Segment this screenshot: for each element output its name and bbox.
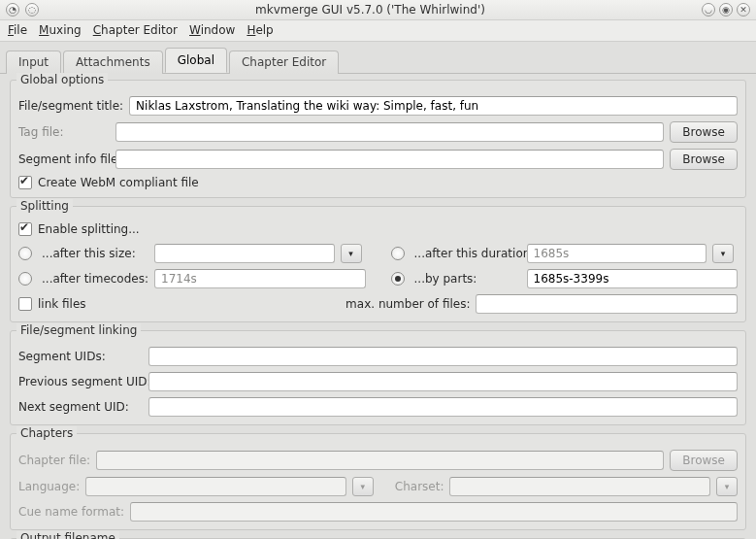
global-panel: Global options File/segment title: Tag f… xyxy=(0,74,756,539)
chapter-file-label: Chapter file: xyxy=(18,454,90,467)
chapter-file-input xyxy=(96,451,664,470)
tag-file-label: Tag file: xyxy=(18,125,110,139)
prev-uid-label: Previous segment UID: xyxy=(18,375,143,388)
chapters-section: Chapters Chapter file: Browse Language: … xyxy=(10,433,746,530)
menu-file[interactable]: File xyxy=(8,23,27,37)
language-label: Language: xyxy=(18,480,80,493)
splitting-section: Splitting Enable splitting... ...after t… xyxy=(10,206,746,322)
menu-window[interactable]: Window xyxy=(189,23,235,37)
create-webm-label: Create WebM compliant file xyxy=(38,176,199,189)
after-duration-radio[interactable] xyxy=(391,247,405,260)
after-size-radio[interactable] xyxy=(18,247,32,260)
chapter-file-browse-button: Browse xyxy=(670,450,738,471)
close-icon[interactable]: ✕ xyxy=(737,3,750,17)
app-icon: ◔ xyxy=(6,3,19,17)
file-segment-title-label: File/segment title: xyxy=(18,99,123,113)
link-files-label: link files xyxy=(38,297,86,311)
after-timecodes-label: ...after timecodes: xyxy=(42,272,148,286)
after-duration-input[interactable] xyxy=(527,244,707,263)
charset-label: Charset: xyxy=(395,480,444,493)
menubar: File Muxing Chapter Editor Window Help xyxy=(0,20,756,42)
global-options-section: Global options File/segment title: Tag f… xyxy=(10,80,746,198)
segment-info-label: Segment info file: xyxy=(18,152,110,166)
language-dropdown: ▾ xyxy=(352,477,374,496)
max-files-input[interactable] xyxy=(476,294,738,314)
next-uid-input[interactable] xyxy=(148,397,738,417)
output-title: Output filename xyxy=(16,531,119,539)
window-menu-icon[interactable]: ◌ xyxy=(25,3,39,17)
after-size-dropdown[interactable]: ▾ xyxy=(341,244,362,263)
after-timecodes-input[interactable] xyxy=(154,269,366,288)
charset-dropdown: ▾ xyxy=(716,477,738,496)
chapters-title: Chapters xyxy=(16,426,77,440)
splitting-title: Splitting xyxy=(16,199,73,213)
enable-splitting-checkbox[interactable] xyxy=(18,222,32,236)
titlebar: ◔ ◌ mkvmerge GUI v5.7.0 ('The Whirlwind'… xyxy=(0,0,756,20)
global-options-title: Global options xyxy=(16,73,108,86)
after-duration-dropdown[interactable]: ▾ xyxy=(712,244,734,263)
by-parts-input[interactable] xyxy=(527,269,739,288)
by-parts-label: ...by parts: xyxy=(414,272,521,286)
tag-file-input[interactable] xyxy=(115,122,664,142)
link-files-checkbox[interactable] xyxy=(18,297,32,311)
window-title: mkvmerge GUI v5.7.0 ('The Whirlwind') xyxy=(39,3,702,17)
tab-chapter-editor[interactable]: Chapter Editor xyxy=(229,51,339,74)
by-parts-radio[interactable] xyxy=(391,272,405,286)
max-files-label: max. number of files: xyxy=(345,297,470,311)
language-input xyxy=(85,477,346,496)
tag-file-browse-button[interactable]: Browse xyxy=(670,121,738,143)
linking-title: File/segment linking xyxy=(16,323,141,337)
tabstrip: Input Attachments Global Chapter Editor xyxy=(0,42,756,74)
tab-global[interactable]: Global xyxy=(165,48,227,73)
tab-attachments[interactable]: Attachments xyxy=(63,51,163,74)
after-duration-label: ...after this duration: xyxy=(414,247,521,260)
cue-name-label: Cue name format: xyxy=(18,505,124,519)
prev-uid-input[interactable] xyxy=(148,372,738,391)
charset-input xyxy=(449,477,710,496)
after-size-label: ...after this size: xyxy=(42,247,148,260)
menu-muxing[interactable]: Muxing xyxy=(39,23,82,37)
next-uid-label: Next segment UID: xyxy=(18,400,143,414)
after-size-input[interactable] xyxy=(154,244,335,263)
minimize-icon[interactable]: ◡ xyxy=(702,3,715,17)
segment-uids-label: Segment UIDs: xyxy=(18,350,143,363)
maximize-icon[interactable]: ◉ xyxy=(719,3,733,17)
segment-info-browse-button[interactable]: Browse xyxy=(670,149,738,170)
menu-chapter-editor[interactable]: Chapter Editor xyxy=(93,23,178,37)
segment-info-input[interactable] xyxy=(115,150,664,169)
create-webm-checkbox[interactable] xyxy=(18,176,32,189)
file-segment-title-input[interactable] xyxy=(129,96,738,116)
tab-input[interactable]: Input xyxy=(6,51,61,74)
cue-name-input xyxy=(130,502,738,522)
enable-splitting-label: Enable splitting... xyxy=(38,222,140,236)
segment-uids-input[interactable] xyxy=(148,347,738,366)
linking-section: File/segment linking Segment UIDs: Previ… xyxy=(10,330,746,425)
menu-help[interactable]: Help xyxy=(247,23,273,37)
after-timecodes-radio[interactable] xyxy=(18,272,32,286)
